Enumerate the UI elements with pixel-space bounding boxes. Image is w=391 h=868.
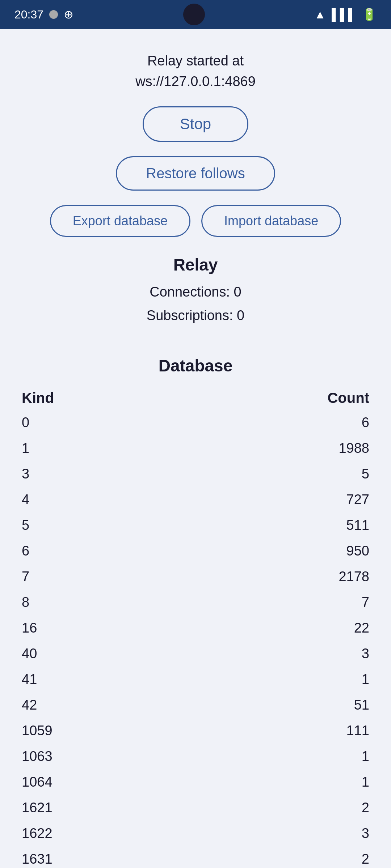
count-cell: 511 xyxy=(178,512,377,538)
table-row: 1621 2 xyxy=(14,795,377,821)
table-row: 5 511 xyxy=(14,512,377,538)
table-row: 1622 3 xyxy=(14,821,377,846)
count-column-header: Count xyxy=(178,386,377,410)
subscriptions-stat: Subscriptions: 0 xyxy=(147,304,244,327)
status-bar: 20:37 ⊕ ▲ ▌▌▌ 🔋 xyxy=(0,0,391,29)
kind-cell: 7 xyxy=(14,564,178,590)
table-row: 7 2178 xyxy=(14,564,377,590)
kind-cell: 1 xyxy=(14,435,178,461)
notification-dot-icon xyxy=(49,10,58,19)
relay-info-line1: Relay started at xyxy=(135,51,256,71)
table-row: 1064 1 xyxy=(14,769,377,795)
kind-cell: 42 xyxy=(14,692,178,718)
table-row: 1631 2 xyxy=(14,846,377,868)
count-cell: 950 xyxy=(178,538,377,564)
android-circle-icon xyxy=(183,4,205,25)
count-cell: 51 xyxy=(178,692,377,718)
status-left: 20:37 ⊕ xyxy=(14,8,73,21)
table-row: 1059 111 xyxy=(14,718,377,744)
restore-follows-button[interactable]: Restore follows xyxy=(116,156,275,191)
count-cell: 1988 xyxy=(178,435,377,461)
count-cell: 1 xyxy=(178,769,377,795)
count-cell: 1 xyxy=(178,744,377,769)
kind-column-header: Kind xyxy=(14,386,178,410)
table-row: 0 6 xyxy=(14,410,377,435)
count-cell: 2178 xyxy=(178,564,377,590)
status-center xyxy=(183,4,205,25)
kind-cell: 1059 xyxy=(14,718,178,744)
signal-icon: ▌▌▌ xyxy=(332,8,356,21)
table-row: 41 1 xyxy=(14,667,377,692)
table-row: 1 1988 xyxy=(14,435,377,461)
status-right: ▲ ▌▌▌ 🔋 xyxy=(314,8,377,21)
relay-section-title: Relay xyxy=(173,255,218,275)
kind-cell: 1631 xyxy=(14,846,178,868)
kind-cell: 41 xyxy=(14,667,178,692)
table-row: 1063 1 xyxy=(14,744,377,769)
kind-cell: 1622 xyxy=(14,821,178,846)
stop-button[interactable]: Stop xyxy=(143,106,248,142)
kind-cell: 0 xyxy=(14,410,178,435)
table-row: 40 3 xyxy=(14,641,377,667)
table-row: 8 7 xyxy=(14,590,377,615)
kind-cell: 1064 xyxy=(14,769,178,795)
table-row: 6 950 xyxy=(14,538,377,564)
kind-cell: 4 xyxy=(14,487,178,512)
count-cell: 3 xyxy=(178,821,377,846)
count-cell: 1 xyxy=(178,667,377,692)
count-cell: 111 xyxy=(178,718,377,744)
import-database-button[interactable]: Import database xyxy=(201,205,341,237)
kind-cell: 1063 xyxy=(14,744,178,769)
main-content: Relay started at ws://127.0.0.1:4869 Sto… xyxy=(0,29,391,356)
kind-cell: 5 xyxy=(14,512,178,538)
table-header-row: Kind Count xyxy=(14,386,377,410)
table-row: 3 5 xyxy=(14,461,377,487)
status-time: 20:37 xyxy=(14,8,43,21)
database-table: Kind Count 0 6 1 1988 3 5 4 727 5 511 6 … xyxy=(14,386,377,868)
count-cell: 2 xyxy=(178,846,377,868)
battery-icon: 🔋 xyxy=(362,8,377,21)
kind-cell: 6 xyxy=(14,538,178,564)
count-cell: 22 xyxy=(178,615,377,641)
kind-cell: 16 xyxy=(14,615,178,641)
export-database-button[interactable]: Export database xyxy=(50,205,190,237)
count-cell: 6 xyxy=(178,410,377,435)
relay-info: Relay started at ws://127.0.0.1:4869 xyxy=(135,51,256,92)
count-cell: 5 xyxy=(178,461,377,487)
kind-cell: 1621 xyxy=(14,795,178,821)
count-cell: 3 xyxy=(178,641,377,667)
nfc-icon: ⊕ xyxy=(64,8,73,21)
count-cell: 727 xyxy=(178,487,377,512)
count-cell: 2 xyxy=(178,795,377,821)
table-row: 16 22 xyxy=(14,615,377,641)
database-section-title: Database xyxy=(14,356,377,375)
count-cell: 7 xyxy=(178,590,377,615)
connections-stat: Connections: 0 xyxy=(147,280,244,304)
table-row: 42 51 xyxy=(14,692,377,718)
kind-cell: 3 xyxy=(14,461,178,487)
kind-cell: 8 xyxy=(14,590,178,615)
relay-info-line2: ws://127.0.0.1:4869 xyxy=(135,71,256,92)
database-actions-row: Export database Import database xyxy=(50,205,341,237)
kind-cell: 40 xyxy=(14,641,178,667)
table-row: 4 727 xyxy=(14,487,377,512)
relay-stats: Connections: 0 Subscriptions: 0 xyxy=(147,280,244,327)
database-section: Database Kind Count 0 6 1 1988 3 5 4 727… xyxy=(0,356,391,868)
wifi-icon: ▲ xyxy=(314,8,326,21)
